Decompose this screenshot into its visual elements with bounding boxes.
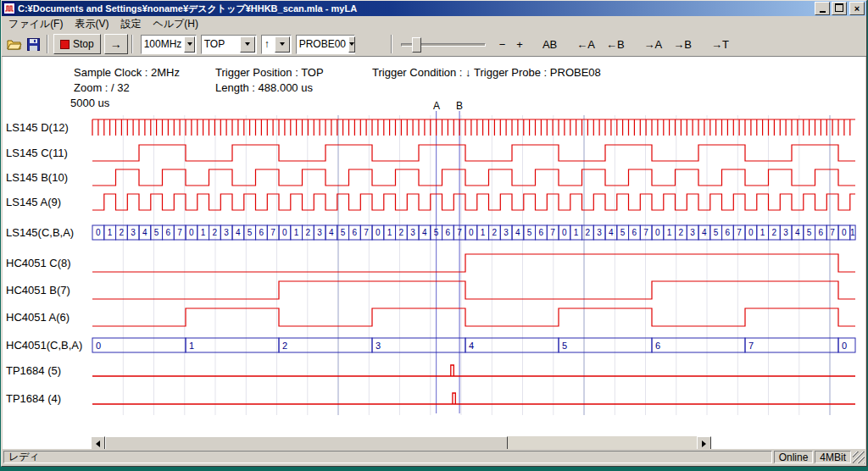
zoom-in-button[interactable]: + xyxy=(512,35,527,53)
trigger-edge-value: ↑ xyxy=(262,38,275,50)
svg-text:4: 4 xyxy=(515,228,520,237)
svg-text:1: 1 xyxy=(760,228,765,237)
goto-trigger-button[interactable]: →T xyxy=(707,35,733,53)
chevron-down-icon[interactable] xyxy=(348,36,355,53)
maximize-button[interactable] xyxy=(832,2,847,15)
svg-text:1: 1 xyxy=(667,228,672,237)
svg-text:0: 0 xyxy=(562,228,567,237)
svg-text:7: 7 xyxy=(830,228,835,237)
waveform-client-area: Sample Clock : 2MHz Trigger Position : T… xyxy=(3,57,865,451)
resize-grip[interactable] xyxy=(853,452,865,463)
svg-text:4: 4 xyxy=(329,228,334,237)
svg-text:1: 1 xyxy=(574,228,579,237)
svg-text:1: 1 xyxy=(294,228,299,237)
window-title: C:¥Documents and Settings¥noname¥デスクトップ¥… xyxy=(18,3,813,15)
menu-item-file[interactable]: ファイル(F) xyxy=(3,15,69,33)
svg-text:3: 3 xyxy=(690,228,695,237)
waveform-area[interactable]: 0123456701234567012345670123456701234567… xyxy=(3,57,865,451)
clock-rate-select[interactable]: 100MHz xyxy=(141,35,197,54)
zoom-out-button[interactable]: − xyxy=(495,35,510,53)
svg-text:2: 2 xyxy=(586,228,591,237)
trigger-position-select[interactable]: TOP xyxy=(201,35,257,54)
menu-item-help[interactable]: ヘルプ(H) xyxy=(147,15,204,33)
menu-item-view[interactable]: 表示(V) xyxy=(69,15,114,33)
svg-text:6: 6 xyxy=(259,228,264,237)
zoom-slider[interactable] xyxy=(401,36,486,53)
title-bar[interactable]: C:¥Documents and Settings¥noname¥デスクトップ¥… xyxy=(2,1,866,16)
svg-text:6: 6 xyxy=(819,228,824,237)
floppy-disk-icon xyxy=(27,38,40,51)
minimize-button[interactable] xyxy=(815,2,830,15)
stop-button[interactable]: Stop xyxy=(53,34,101,54)
run-button[interactable]: → xyxy=(104,34,128,54)
svg-text:0: 0 xyxy=(748,228,754,237)
trigger-edge-select[interactable]: ↑ xyxy=(261,35,292,54)
svg-text:7: 7 xyxy=(748,341,754,351)
trigger-position-value: TOP xyxy=(202,38,240,50)
svg-text:6: 6 xyxy=(353,228,358,237)
svg-text:3: 3 xyxy=(597,228,602,237)
svg-text:0: 0 xyxy=(469,228,474,237)
zoom-slider-thumb[interactable] xyxy=(412,37,421,53)
svg-text:5: 5 xyxy=(562,341,567,351)
clock-rate-value: 100MHz xyxy=(142,38,185,50)
folder-open-icon xyxy=(7,38,22,50)
menu-bar: ファイル(F)表示(V)設定ヘルプ(H) xyxy=(2,16,866,32)
svg-text:4: 4 xyxy=(469,341,474,351)
move-b-right-button[interactable]: →B xyxy=(669,35,696,53)
svg-text:4: 4 xyxy=(795,228,800,237)
svg-text:0: 0 xyxy=(842,341,847,351)
cursor-ab-button[interactable]: AB xyxy=(538,35,561,53)
save-file-button[interactable] xyxy=(24,35,43,53)
svg-text:3: 3 xyxy=(317,228,322,237)
status-memory: 4MBit xyxy=(815,451,851,463)
trigger-probe-select[interactable]: PROBE00 xyxy=(296,35,355,54)
svg-text:2: 2 xyxy=(772,228,777,237)
svg-text:0: 0 xyxy=(842,228,847,237)
svg-text:4: 4 xyxy=(422,228,427,237)
svg-text:7: 7 xyxy=(550,228,555,237)
stop-label: Stop xyxy=(73,38,94,50)
svg-text:7: 7 xyxy=(177,228,182,237)
open-file-button[interactable] xyxy=(4,35,24,53)
toolbar-separator xyxy=(47,35,48,53)
move-b-left-button[interactable]: ←B xyxy=(602,35,629,53)
toolbar-separator xyxy=(131,35,133,53)
svg-text:1: 1 xyxy=(387,228,392,237)
cursor-nav-buttons: −+AB←A←B→A→B→T xyxy=(492,35,733,53)
svg-text:6: 6 xyxy=(726,228,731,237)
svg-text:5: 5 xyxy=(807,228,812,237)
menu-item-settings[interactable]: 設定 xyxy=(114,15,147,33)
right-arrow-icon xyxy=(702,441,706,447)
svg-text:2: 2 xyxy=(120,228,125,237)
status-online: Online xyxy=(774,451,814,463)
svg-text:7: 7 xyxy=(270,228,275,237)
svg-text:6: 6 xyxy=(166,228,171,237)
svg-text:7: 7 xyxy=(737,228,742,237)
svg-text:0: 0 xyxy=(189,228,194,237)
left-arrow-icon xyxy=(96,441,100,447)
svg-text:6: 6 xyxy=(632,228,637,237)
svg-text:1: 1 xyxy=(481,228,486,237)
move-a-left-button[interactable]: ←A xyxy=(572,35,599,53)
close-button[interactable]: × xyxy=(849,2,865,15)
svg-text:3: 3 xyxy=(224,228,229,237)
svg-text:4: 4 xyxy=(142,228,147,237)
svg-text:6: 6 xyxy=(655,341,660,351)
app-icon xyxy=(3,3,15,14)
svg-text:7: 7 xyxy=(364,228,369,237)
toolbar-separator xyxy=(391,35,392,53)
svg-text:1: 1 xyxy=(201,228,206,237)
chevron-down-icon[interactable] xyxy=(240,36,255,53)
maximize-icon xyxy=(835,3,843,12)
svg-text:4: 4 xyxy=(236,228,241,237)
minimize-icon xyxy=(820,11,826,13)
svg-text:0: 0 xyxy=(96,341,101,351)
svg-text:7: 7 xyxy=(643,228,648,237)
svg-text:6: 6 xyxy=(539,228,544,237)
app-window: C:¥Documents and Settings¥noname¥デスクトップ¥… xyxy=(1,0,867,467)
chevron-down-icon[interactable] xyxy=(184,36,194,53)
svg-text:5: 5 xyxy=(341,228,346,237)
move-a-right-button[interactable]: →A xyxy=(640,35,667,53)
chevron-down-icon[interactable] xyxy=(275,36,290,53)
